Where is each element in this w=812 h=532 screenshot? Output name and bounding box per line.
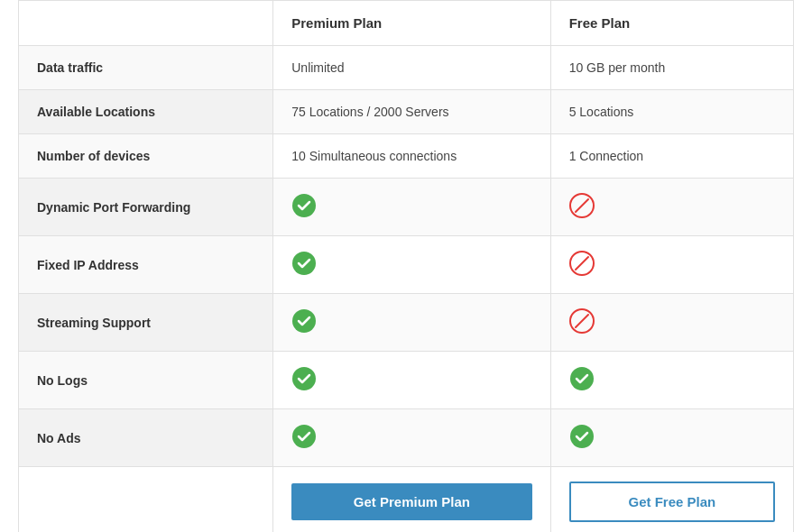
feature-label: No Logs [19, 352, 273, 409]
premium-value [273, 236, 550, 294]
premium-action-cell: Get Premium Plan [273, 467, 550, 533]
check-yes-icon [291, 193, 317, 218]
premium-value [273, 294, 550, 352]
svg-point-10 [570, 367, 594, 390]
comparison-table: Premium Plan Free Plan Data trafficUnlim… [18, 0, 794, 532]
premium-value [273, 352, 550, 409]
svg-line-5 [576, 257, 588, 270]
feature-label: Available Locations [19, 90, 273, 134]
premium-value: 10 Simultaneous connections [273, 134, 550, 179]
ban-icon [569, 251, 595, 276]
feature-label: Data traffic [19, 46, 273, 90]
free-value [550, 409, 793, 467]
check-yes-icon [291, 424, 317, 449]
svg-line-2 [576, 199, 588, 212]
check-yes-icon [291, 308, 317, 334]
svg-point-12 [570, 425, 594, 448]
svg-point-3 [292, 252, 316, 275]
svg-point-6 [292, 309, 316, 333]
premium-value [273, 409, 550, 467]
ban-icon [569, 308, 595, 334]
free-value [550, 352, 793, 409]
check-yes-icon [291, 366, 317, 391]
free-action-cell: Get Free Plan [550, 467, 793, 533]
svg-point-0 [292, 194, 316, 217]
premium-value: Unlimited [273, 46, 550, 90]
header-free: Free Plan [550, 1, 793, 46]
get-free-button[interactable]: Get Free Plan [569, 482, 775, 522]
feature-label: Fixed IP Address [19, 236, 273, 294]
header-feature [19, 1, 273, 46]
svg-point-9 [292, 367, 316, 390]
get-premium-button[interactable]: Get Premium Plan [291, 483, 531, 520]
feature-label: Number of devices [19, 134, 273, 179]
svg-point-11 [292, 425, 316, 448]
feature-label: Dynamic Port Forwarding [19, 179, 273, 236]
feature-label: No Ads [19, 409, 273, 467]
ban-icon [569, 193, 595, 218]
svg-line-8 [576, 315, 588, 327]
free-value: 1 Connection [550, 134, 793, 179]
header-premium: Premium Plan [273, 1, 550, 46]
check-yes-icon [291, 251, 317, 276]
check-yes-icon [569, 424, 595, 449]
premium-value [273, 179, 550, 236]
feature-label: Streaming Support [19, 294, 273, 352]
free-value [550, 236, 793, 294]
premium-value: 75 Locations / 2000 Servers [273, 90, 550, 134]
free-value: 5 Locations [550, 90, 793, 134]
action-empty [19, 467, 273, 533]
free-value: 10 GB per month [550, 46, 793, 90]
free-value [550, 294, 793, 352]
check-yes-icon [569, 366, 595, 391]
free-value [550, 179, 793, 236]
